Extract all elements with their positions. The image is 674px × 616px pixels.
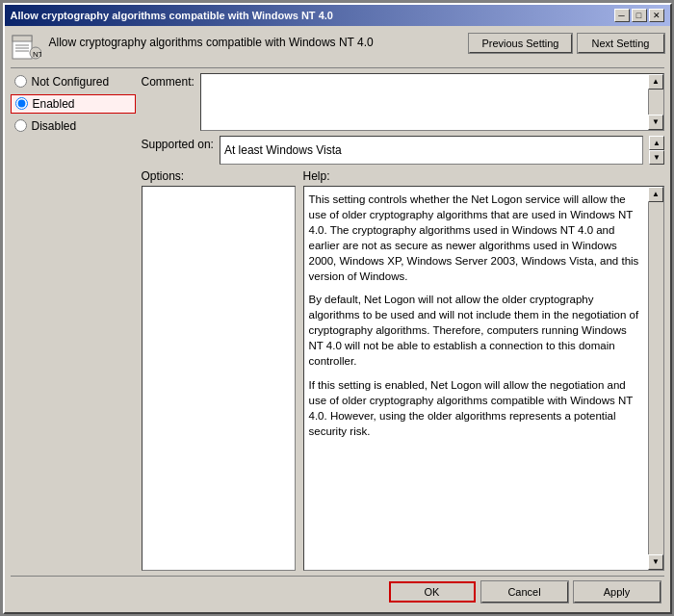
maximize-button[interactable]: □ [632, 9, 647, 22]
help-content: This setting controls whether the Net Lo… [304, 187, 648, 570]
ok-button[interactable]: OK [389, 581, 476, 603]
help-para1: This setting controls whether the Net Lo… [309, 192, 643, 285]
help-scroll-up[interactable]: ▲ [648, 187, 663, 202]
enabled-radio[interactable] [15, 97, 28, 110]
disabled-option[interactable]: Disabled [11, 117, 136, 135]
disabled-radio[interactable] [14, 119, 27, 132]
svg-text:NT: NT [33, 50, 41, 59]
help-para3: If this setting is enabled, Net Logon wi… [309, 377, 643, 439]
left-panel: Not Configured Enabled Disabled [11, 73, 136, 571]
help-scrollbar[interactable]: ▲ ▼ [648, 187, 663, 570]
help-box: This setting controls whether the Net Lo… [303, 186, 664, 571]
options-help-row: Options: Help: This setting controls whe… [142, 169, 664, 571]
comment-scrollbar[interactable]: ▲ ▼ [648, 74, 663, 130]
supported-box: At least Windows Vista [220, 136, 643, 165]
main-window: Allow cryptography algorithms compatible… [3, 3, 672, 614]
content-area: Not Configured Enabled Disabled Comment: [11, 73, 664, 571]
comment-scroll-down[interactable]: ▼ [648, 115, 663, 130]
help-scroll-down[interactable]: ▼ [648, 554, 663, 570]
options-section: Options: [142, 169, 296, 571]
footer: OK Cancel Apply [11, 576, 664, 606]
supported-scroll-up[interactable]: ▲ [649, 136, 664, 150]
enabled-label: Enabled [33, 97, 75, 111]
svg-rect-1 [13, 36, 32, 41]
options-box [142, 186, 296, 571]
close-button[interactable]: ✕ [649, 9, 664, 22]
title-bar: Allow cryptography algorithms compatible… [5, 5, 670, 26]
not-configured-label: Not Configured [32, 75, 110, 89]
comment-label: Comment: [142, 73, 194, 89]
header-buttons: Previous Setting Next Setting [469, 32, 663, 53]
comment-row: Comment: ▲ ▼ [142, 73, 664, 131]
not-configured-radio[interactable] [14, 75, 27, 88]
cancel-button[interactable]: Cancel [481, 581, 568, 603]
header-title: Allow cryptography algorithms compatible… [49, 32, 462, 49]
enabled-option[interactable]: Enabled [11, 94, 136, 114]
supported-scrollbar[interactable]: ▲ ▼ [649, 136, 664, 165]
help-label: Help: [303, 169, 664, 183]
comment-box: ▲ ▼ [200, 73, 664, 131]
comment-input[interactable] [201, 74, 648, 130]
comment-scroll-up[interactable]: ▲ [648, 74, 663, 90]
supported-value: At least Windows Vista [224, 143, 342, 157]
help-para2: By default, Net Logon will not allow the… [309, 292, 643, 369]
right-panel: Comment: ▲ ▼ Supported on: At least [142, 73, 664, 571]
disabled-label: Disabled [32, 119, 77, 133]
policy-icon: NT [11, 32, 41, 63]
supported-label: Supported on: [142, 136, 214, 151]
minimize-button[interactable]: ─ [614, 9, 630, 22]
title-bar-text: Allow cryptography algorithms compatible… [11, 10, 333, 21]
supported-row: Supported on: At least Windows Vista ▲ ▼ [142, 136, 664, 165]
supported-scroll-down[interactable]: ▼ [649, 150, 664, 165]
apply-button[interactable]: Apply [574, 581, 661, 603]
window-body: NT Allow cryptography algorithms compati… [5, 26, 670, 612]
next-setting-button[interactable]: Next Setting [578, 34, 664, 53]
previous-setting-button[interactable]: Previous Setting [469, 34, 571, 53]
help-section: Help: This setting controls whether the … [303, 169, 664, 571]
not-configured-option[interactable]: Not Configured [11, 73, 136, 90]
options-label: Options: [142, 169, 296, 183]
title-bar-controls: ─ □ ✕ [614, 9, 664, 22]
header-row: NT Allow cryptography algorithms compati… [11, 32, 664, 68]
